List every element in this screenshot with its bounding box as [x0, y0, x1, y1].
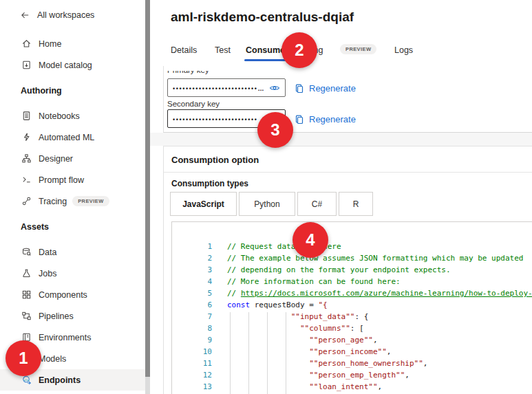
tracing-preview-badge: PREVIEW: [72, 196, 109, 206]
lang-tab-javascript[interactable]: JavaScript: [170, 192, 237, 216]
tab-details[interactable]: Details: [171, 45, 197, 61]
line-number: 4: [172, 276, 212, 287]
eye-icon[interactable]: [269, 83, 280, 94]
line-number: 1: [172, 241, 212, 252]
regenerate-secondary-link[interactable]: Regenerate: [309, 114, 356, 124]
code-line: 4// More information can be found here:: [172, 276, 532, 287]
automated-ml-icon: [21, 132, 32, 143]
notebooks-icon: [21, 111, 32, 122]
annotation-step-1: 1: [6, 340, 41, 376]
line-number: 13: [172, 381, 212, 393]
sidebar-item-tracing[interactable]: Tracing PREVIEW: [0, 190, 145, 212]
code-line: 9 ""person_age"",: [172, 334, 532, 346]
tab-test[interactable]: Test: [215, 45, 231, 61]
tab-consume[interactable]: Consume: [246, 45, 285, 61]
code-line: 6const requestBody = "{: [172, 299, 532, 311]
primary-key-label: Primary key: [167, 71, 250, 76]
indent-guide: [286, 312, 286, 394]
code-lines: 1// Request data goes here2// The exampl…: [172, 222, 532, 393]
tab-logs[interactable]: Logs: [394, 45, 413, 61]
sidebar-back-all-workspaces[interactable]: All workspaces: [0, 7, 145, 23]
code-line: 12 ""person_emp_length"",: [172, 369, 532, 381]
annotation-step-2: 2: [281, 32, 317, 68]
sidebar-item-model-catalog[interactable]: Model catalog: [0, 54, 145, 76]
sidebar: All workspaces Home Model catalog Author…: [0, 0, 145, 394]
line-number: 12: [172, 369, 212, 381]
code-line: 11 ""person_home_ownership"",: [172, 358, 532, 369]
data-icon: [21, 247, 32, 258]
consumption-section: Consumption option Consumption types Jav…: [163, 146, 532, 394]
indent-guide: [230, 312, 231, 394]
primary-key-field[interactable]: ••••••••••••••••••••••••••…: [167, 78, 286, 97]
sidebar-section-assets: Assets: [0, 216, 145, 237]
secondary-key-label: Secondary key: [167, 100, 220, 108]
sidebar-item-components[interactable]: Components: [0, 284, 145, 305]
page-root: All workspaces Home Model catalog Author…: [0, 0, 532, 394]
line-number: 9: [172, 334, 212, 346]
sidebar-item-jobs[interactable]: Jobs: [0, 263, 145, 284]
back-label: All workspaces: [37, 10, 94, 20]
prompt-flow-icon: [21, 175, 32, 186]
sidebar-item-prompt-flow[interactable]: Prompt flow: [0, 169, 145, 190]
scrollbar-thumb[interactable]: [145, 0, 150, 377]
pane-scrollbar[interactable]: [145, 0, 150, 394]
line-number: 7: [172, 311, 212, 322]
code-line: 10 ""person_income"",: [172, 346, 532, 358]
code-line: 8 ""columns"": [: [172, 322, 532, 334]
annotation-step-3: 3: [257, 112, 293, 148]
consumption-option-title: Consumption option: [171, 155, 259, 165]
model-catalog-icon: [21, 60, 32, 71]
regenerate-primary-link[interactable]: Regenerate: [309, 83, 356, 94]
line-number: 3: [172, 264, 212, 276]
divider: [164, 172, 532, 173]
sidebar-item-data[interactable]: Data: [0, 241, 145, 263]
copy-icon[interactable]: [294, 114, 305, 125]
indent-guide: [267, 312, 268, 394]
designer-icon: [21, 153, 32, 164]
code-line: 2// The example below assumes JSON forma…: [172, 252, 532, 264]
line-number: 5: [172, 287, 212, 299]
home-icon: [21, 39, 32, 50]
sidebar-item-automated-ml[interactable]: Automated ML: [0, 127, 145, 148]
code-line: 7 ""input_data"": {: [172, 311, 532, 322]
pipelines-icon: [21, 311, 32, 322]
section-gap: [150, 133, 532, 146]
line-number: 8: [172, 322, 212, 334]
copy-icon[interactable]: [294, 83, 305, 94]
lang-tab-r[interactable]: R: [339, 192, 373, 216]
tracing-icon: [21, 196, 32, 207]
main-content: aml-riskdemo-centralus-dqiaf Details Tes…: [150, 0, 532, 394]
components-icon: [21, 289, 32, 300]
arrow-left-icon: [19, 10, 30, 21]
code-line: 13 ""loan_intent"",: [172, 381, 532, 393]
consumption-types-label: Consumption types: [171, 179, 248, 188]
jobs-icon: [21, 268, 32, 279]
line-number: 6: [172, 299, 212, 311]
sidebar-item-home[interactable]: Home: [0, 33, 145, 54]
code-line: 1// Request data goes here: [172, 241, 532, 252]
sidebar-item-designer[interactable]: Designer: [0, 148, 145, 169]
indent-guide: [248, 312, 249, 394]
code-line: 5// https://docs.microsoft.com/azure/mac…: [172, 287, 532, 299]
primary-key-masked-value: ••••••••••••••••••••••••••…: [173, 84, 269, 92]
annotation-step-4: 4: [292, 222, 328, 258]
page-title: aml-riskdemo-centralus-dqiaf: [171, 10, 354, 25]
sidebar-item-pipelines[interactable]: Pipelines: [0, 305, 145, 327]
line-number: 2: [172, 252, 212, 264]
code-line: 3// depending on the format your endpoin…: [172, 264, 532, 276]
sidebar-item-notebooks[interactable]: Notebooks: [0, 105, 145, 127]
line-number: 11: [172, 358, 212, 369]
code-snippet-box[interactable]: 1// Request data goes here2// The exampl…: [171, 221, 532, 394]
line-number: 10: [172, 346, 212, 358]
sidebar-section-authoring: Authoring: [0, 80, 145, 101]
lang-tab-csharp[interactable]: C#: [297, 192, 337, 216]
monitoring-preview-badge: PREVIEW: [340, 44, 376, 54]
lang-tab-python[interactable]: Python: [239, 192, 295, 216]
